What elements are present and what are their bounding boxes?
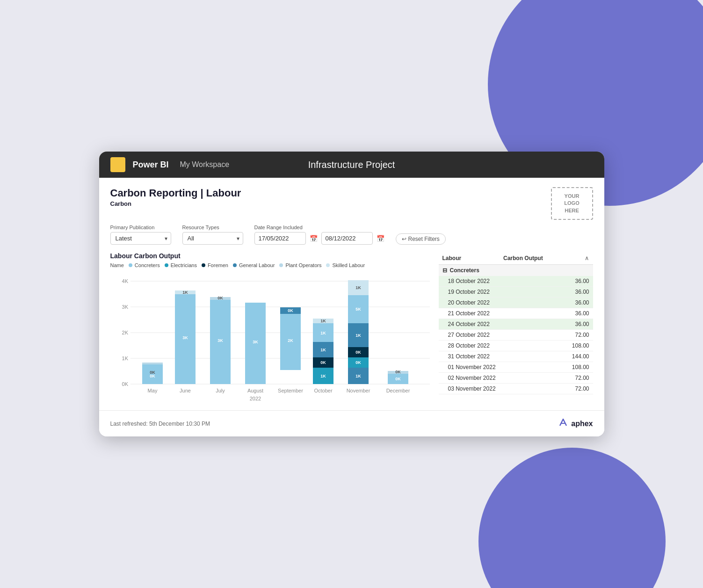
svg-text:June: June [180, 388, 191, 393]
electricians-dot-icon [165, 263, 168, 267]
svg-text:May: May [147, 388, 157, 393]
reset-icon: ↩ [402, 236, 406, 242]
row-date: 31 October 2022 [448, 353, 490, 360]
legend-electricians: Electricians [165, 262, 197, 268]
aphex-logo: aphex [558, 417, 593, 430]
svg-rect-2 [120, 161, 122, 168]
date-from-input[interactable] [254, 232, 306, 245]
date-range-label: Date Range Included [254, 225, 384, 230]
row-value: 36.00 [575, 299, 589, 306]
table-col2-header: Carbon Output [503, 255, 543, 261]
svg-rect-0 [114, 165, 116, 168]
legend-foremen-label: Foremen [208, 262, 228, 268]
svg-text:December: December [386, 388, 410, 393]
legend-skilled-labour-label: Skilled Labour [332, 262, 365, 268]
resource-types-select[interactable]: All [182, 232, 243, 245]
row-date: 20 October 2022 [448, 299, 490, 306]
svg-text:2K: 2K [288, 338, 293, 343]
reset-filters-label: Reset Filters [408, 236, 440, 242]
last-refreshed-text: Last refreshed: 5th December 10:30 PM [110, 421, 210, 427]
legend-general-labour-label: General Labour [239, 262, 275, 268]
reset-filters-button[interactable]: ↩ Reset Filters [396, 233, 446, 245]
table-group-header: ⊟ Concreters [439, 265, 593, 276]
row-date: 02 November 2022 [448, 375, 496, 381]
chart-section: Labour Carbon Output Name Concreters Ele… [110, 252, 431, 403]
table-row: 02 November 2022 72.00 [439, 373, 593, 384]
row-date: 24 October 2022 [448, 321, 490, 327]
svg-text:0K: 0K [320, 360, 326, 365]
powerbi-logo-icon [110, 157, 125, 172]
primary-publication-select-wrapper[interactable]: Latest [110, 232, 171, 245]
row-value: 36.00 [575, 278, 589, 284]
table-row: 28 October 2022 108.00 [439, 341, 593, 351]
primary-publication-filter: Primary Publication Latest [110, 225, 171, 245]
legend-foremen: Foremen [202, 262, 228, 268]
logo-placeholder: YOURLOGOHERE [551, 187, 593, 220]
svg-text:2022: 2022 [249, 396, 261, 401]
resource-types-select-wrapper[interactable]: All [182, 232, 243, 245]
row-date: 03 November 2022 [448, 385, 496, 392]
aphex-brand-label: aphex [571, 420, 593, 428]
svg-text:August: August [247, 388, 263, 393]
svg-text:0K: 0K [395, 370, 401, 374]
right-table: Labour Carbon Output ∧ ⊟ Concreters 18 O… [439, 252, 593, 403]
svg-text:3K: 3K [217, 338, 223, 343]
app-window: Power BI My Workspace Infrastructure Pro… [99, 152, 604, 436]
svg-text:1K: 1K [355, 374, 361, 378]
filters-row: Primary Publication Latest Resource Type… [110, 225, 593, 245]
chart-legend: Name Concreters Electricians Foremen [110, 262, 431, 268]
table-row: 04 November 2022 72.00 [439, 394, 593, 396]
table-row: 19 October 2022 36.00 [439, 287, 593, 298]
table-sort-icon[interactable]: ∧ [585, 255, 589, 261]
table-row: 27 October 2022 72.00 [439, 330, 593, 341]
report-title: Carbon Reporting | Labour [110, 187, 241, 199]
row-value: 72.00 [575, 332, 589, 338]
svg-rect-15 [142, 363, 163, 364]
date-to-input[interactable] [321, 232, 373, 245]
calendar-from-icon[interactable]: 📅 [310, 235, 318, 242]
skilled-labour-dot-icon [326, 263, 330, 267]
svg-text:July: July [216, 388, 225, 393]
svg-text:October: October [314, 388, 332, 393]
svg-text:2K: 2K [122, 330, 128, 335]
table-row: 18 October 2022 36.00 [439, 276, 593, 287]
row-date: 28 October 2022 [448, 342, 490, 349]
table-scroll-area[interactable]: ⊟ Concreters 18 October 2022 36.00 19 Oc… [439, 265, 593, 396]
row-value: 36.00 [575, 289, 589, 295]
date-inputs: 📅 📅 [254, 232, 384, 245]
resource-types-filter: Resource Types All [182, 225, 243, 245]
legend-skilled-labour: Skilled Labour [326, 262, 365, 268]
row-value: 36.00 [575, 310, 589, 317]
foremen-dot-icon [202, 263, 205, 267]
svg-text:0K: 0K [355, 350, 361, 355]
svg-text:3K: 3K [253, 340, 258, 344]
legend-concreters-label: Concreters [135, 262, 160, 268]
row-value: 36.00 [575, 321, 589, 327]
legend-plant-operators: Plant Operators [279, 262, 321, 268]
report-title-area: Carbon Reporting | Labour Carbon [110, 187, 241, 207]
plant-operators-dot-icon [279, 263, 283, 267]
group-label: Concreters [450, 267, 479, 274]
svg-text:4K: 4K [122, 278, 128, 284]
primary-publication-select[interactable]: Latest [110, 232, 171, 245]
row-value: 108.00 [572, 364, 589, 370]
row-date: 18 October 2022 [448, 278, 490, 284]
concreters-dot-icon [129, 263, 132, 267]
row-value: 72.00 [575, 385, 589, 392]
powerbi-brand-label: Power BI [133, 160, 169, 170]
project-title: Infrastructure Project [308, 160, 395, 170]
svg-text:1K: 1K [182, 290, 188, 295]
group-expand-icon[interactable]: ⊟ [442, 267, 447, 274]
row-date: 21 October 2022 [448, 310, 490, 317]
calendar-to-icon[interactable]: 📅 [377, 235, 384, 242]
background-blob-bottom [478, 448, 666, 588]
resource-types-label: Resource Types [182, 225, 243, 230]
footer: Last refreshed: 5th December 10:30 PM ap… [99, 410, 604, 436]
svg-text:1K: 1K [355, 333, 361, 338]
chart-title: Labour Carbon Output [110, 252, 431, 260]
content-area: Labour Carbon Output Name Concreters Ele… [110, 252, 593, 403]
table-header: Labour Carbon Output ∧ [439, 252, 593, 265]
topbar: Power BI My Workspace Infrastructure Pro… [99, 152, 604, 178]
row-value: 144.00 [572, 353, 589, 360]
date-range-filter: Date Range Included 📅 📅 [254, 225, 384, 245]
